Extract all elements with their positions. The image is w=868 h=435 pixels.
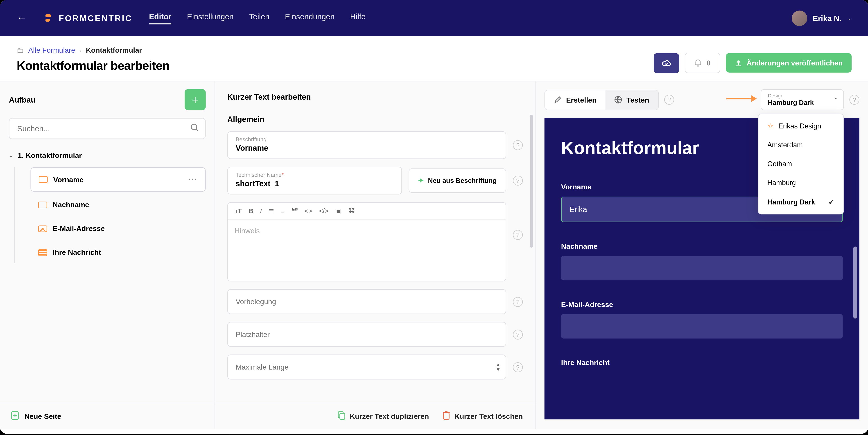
generate-name-button[interactable]: ✦ Neu aus Beschriftung [409, 168, 506, 193]
tree-item-label: Vorname [53, 175, 84, 184]
back-button[interactable]: ← [17, 12, 27, 24]
cloud-button[interactable] [654, 53, 679, 73]
rte-ol-icon[interactable]: ≡ [281, 207, 284, 215]
number-spinner[interactable]: ▲▼ [496, 362, 501, 372]
new-page-label: Neue Seite [24, 412, 61, 421]
tree-item-nachname[interactable]: Nachname [30, 194, 206, 215]
textarea-field-icon [38, 249, 47, 256]
add-element-button[interactable]: + [185, 89, 206, 110]
design-option-hamburg[interactable]: Hamburg [761, 173, 841, 192]
cloud-check-icon [661, 59, 672, 67]
tree-item-label: E-Mail-Adresse [53, 225, 105, 233]
scrollbar[interactable] [530, 115, 533, 248]
design-option-erikas[interactable]: ☆Erikas Design [761, 116, 841, 136]
section-allgemein: Allgemein [227, 115, 523, 124]
platzhalter-input[interactable] [227, 322, 506, 347]
tree-item-label: Ihre Nachricht [53, 248, 101, 257]
preview-input-nachname[interactable] [561, 256, 843, 280]
design-option-hamburg-dark[interactable]: Hamburg Dark ✓ [761, 192, 841, 212]
help-icon[interactable]: ? [849, 95, 859, 105]
nav-teilen[interactable]: Teilen [249, 12, 270, 24]
max-length-input[interactable] [227, 355, 506, 379]
tree-item-label: Nachname [53, 201, 89, 209]
duplicate-button[interactable]: Kurzer Text duplizieren [338, 411, 429, 422]
rte-bold-icon[interactable]: B [249, 207, 253, 215]
star-icon: ☆ [767, 122, 774, 130]
search-input[interactable] [9, 118, 206, 139]
rte-quote-icon[interactable]: ❝❞ [291, 207, 298, 215]
text-field-icon [38, 201, 47, 208]
svg-point-0 [191, 124, 197, 130]
breadcrumb-current: Kontaktformular [86, 46, 142, 54]
rte-link-icon[interactable]: ⌘ [348, 207, 355, 215]
technischer-name-field[interactable]: Technischer Name* [227, 167, 402, 194]
technischer-name-label: Technischer Name* [236, 172, 394, 178]
rte-ul-icon[interactable]: ≣ [269, 207, 274, 215]
tab-erstellen-label: Erstellen [566, 96, 596, 104]
check-icon: ✓ [828, 198, 834, 206]
design-option-gotham[interactable]: Gotham [761, 155, 841, 173]
tree-item-vorname[interactable]: Vorname ··· [30, 167, 206, 192]
svg-rect-4 [443, 413, 449, 420]
rte-codeblock-icon[interactable]: </> [319, 207, 329, 215]
rte-toolbar: тT B I ≣ ≡ ❝❞ <> </> ▣ ⌘ [228, 203, 505, 220]
nav-einsendungen[interactable]: Einsendungen [285, 12, 335, 24]
editor-panel-title: Kurzer Text bearbeiten [215, 81, 535, 109]
folder-icon: 🗀 [17, 46, 24, 54]
publish-label: Änderungen veröffentlichen [747, 59, 843, 67]
new-page-button[interactable]: Neue Seite [0, 403, 215, 429]
user-menu[interactable]: Erika N. ⌄ [792, 10, 851, 26]
main-nav: Editor Einstellungen Teilen Einsendungen… [149, 12, 792, 24]
hinweis-textarea[interactable]: Hinweis [228, 220, 505, 281]
design-select[interactable]: Design Hamburg Dark ⌃ [761, 89, 844, 110]
tree-item-email[interactable]: E-Mail-Adresse [30, 218, 206, 239]
tree-root[interactable]: ⌄ 1. Kontaktformular [9, 146, 206, 165]
help-icon[interactable]: ? [513, 329, 523, 339]
logo-icon [43, 13, 53, 23]
duplicate-icon [338, 411, 345, 422]
publish-button[interactable]: Änderungen veröffentlichen [725, 53, 851, 72]
rte-italic-icon[interactable]: I [260, 207, 262, 215]
nav-einstellungen[interactable]: Einstellungen [187, 12, 234, 24]
globe-icon [614, 96, 622, 103]
design-select-value: Hamburg Dark [768, 99, 824, 106]
delete-button[interactable]: Kurzer Text löschen [442, 411, 523, 422]
help-icon[interactable]: ? [664, 95, 674, 105]
nav-hilfe[interactable]: Hilfe [350, 12, 366, 24]
text-field-icon [39, 176, 48, 183]
technischer-name-input[interactable] [236, 178, 394, 188]
tree-item-nachricht[interactable]: Ihre Nachricht [30, 241, 206, 263]
design-option-amsterdam[interactable]: Amsterdam [761, 136, 841, 155]
rte-image-icon[interactable]: ▣ [335, 207, 341, 215]
search-icon [190, 123, 199, 134]
more-icon[interactable]: ··· [188, 174, 197, 185]
beschriftung-input[interactable] [236, 142, 498, 152]
preview-field-label-email: E-Mail-Adresse [561, 300, 843, 309]
logo[interactable]: FORMCENTRIC [43, 13, 132, 23]
design-dropdown: ☆Erikas Design Amsterdam Gotham Hamburg … [758, 113, 844, 214]
design-select-label: Design [768, 93, 824, 99]
preview-scrollbar[interactable] [854, 246, 857, 319]
breadcrumb-separator: › [80, 47, 82, 53]
breadcrumb-root[interactable]: Alle Formulare [28, 46, 75, 54]
help-icon[interactable]: ? [513, 140, 523, 150]
beschriftung-field[interactable]: Beschriftung [227, 131, 506, 159]
help-icon[interactable]: ? [513, 176, 523, 186]
help-icon[interactable]: ? [513, 297, 523, 307]
breadcrumb: 🗀 Alle Formulare › Kontaktformular [17, 46, 169, 54]
annotation-arrow [726, 95, 757, 102]
nav-editor[interactable]: Editor [149, 12, 172, 24]
tab-erstellen[interactable]: Erstellen [545, 90, 605, 109]
tab-testen[interactable]: Testen [605, 90, 658, 109]
help-icon[interactable]: ? [513, 362, 523, 372]
tree-root-label: 1. Kontaktformular [18, 151, 82, 160]
preview-input-email[interactable] [561, 314, 843, 338]
rte-textsize-icon[interactable]: тT [235, 207, 242, 215]
help-icon[interactable]: ? [513, 230, 523, 240]
spin-down-icon[interactable]: ▼ [496, 367, 501, 372]
rte-code-icon[interactable]: <> [305, 207, 312, 215]
tab-testen-label: Testen [626, 96, 649, 104]
preview-field-label-nachricht: Ihre Nachricht [561, 359, 843, 367]
vorbelegung-input[interactable] [227, 289, 506, 314]
notifications-button[interactable]: 0 [685, 53, 720, 73]
